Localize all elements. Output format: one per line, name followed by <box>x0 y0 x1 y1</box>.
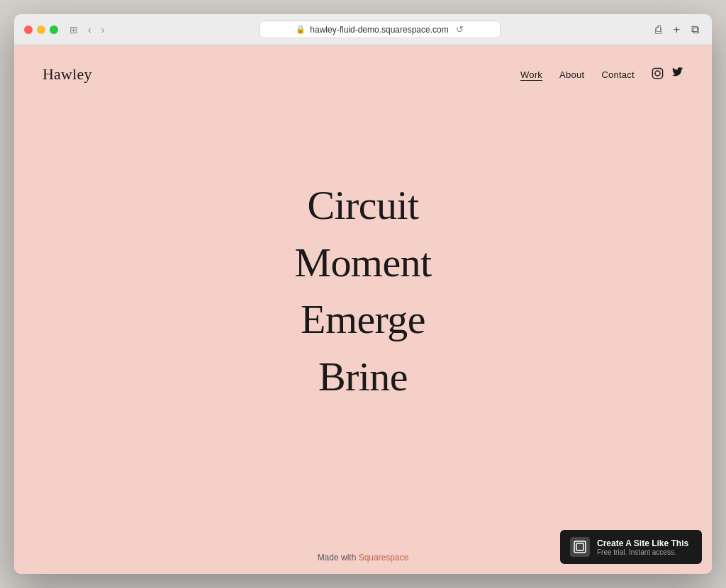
close-dot[interactable] <box>24 26 33 34</box>
address-bar: 🔒 hawley-fluid-demo.squarespace.com ↺ <box>113 21 646 38</box>
address-text: hawley-fluid-demo.squarespace.com <box>310 25 448 35</box>
share-button[interactable]: ⎙ <box>652 22 665 38</box>
site-main: Circuit Moment Emerge Brine <box>14 84 712 541</box>
browser-window: ⊞ ‹ › 🔒 hawley-fluid-demo.squarespace.co… <box>14 14 712 574</box>
duplicate-button[interactable]: ⧉ <box>688 22 702 38</box>
footer-made-with: Made with <box>318 553 359 562</box>
address-bar-inner[interactable]: 🔒 hawley-fluid-demo.squarespace.com ↺ <box>259 21 501 38</box>
lock-icon: 🔒 <box>296 25 306 34</box>
project-item-circuit[interactable]: Circuit <box>307 180 418 232</box>
website-content: Hawley Work About Contact <box>14 45 712 574</box>
fullscreen-dot[interactable] <box>50 26 58 34</box>
svg-rect-4 <box>576 543 583 550</box>
squarespace-logo-icon <box>570 537 590 557</box>
sidebar-toggle-button[interactable]: ⊞ <box>67 23 81 37</box>
browser-controls: ⊞ ‹ › <box>67 23 107 37</box>
back-button[interactable]: ‹ <box>85 23 94 37</box>
browser-actions: ⎙ + ⧉ <box>652 22 702 38</box>
project-item-emerge[interactable]: Emerge <box>301 294 425 346</box>
site-logo[interactable]: Hawley <box>43 65 92 84</box>
squarespace-banner[interactable]: Create A Site Like This Free trial. Inst… <box>560 530 702 564</box>
new-tab-button[interactable]: + <box>671 22 683 38</box>
minimize-dot[interactable] <box>37 26 45 34</box>
forward-button[interactable]: › <box>99 23 108 37</box>
svg-rect-0 <box>652 68 662 78</box>
browser-chrome: ⊞ ‹ › 🔒 hawley-fluid-demo.squarespace.co… <box>14 14 712 45</box>
traffic-lights <box>24 26 58 34</box>
banner-text-block: Create A Site Like This Free trial. Inst… <box>597 538 688 556</box>
svg-point-1 <box>655 70 660 75</box>
banner-main-text: Create A Site Like This <box>597 538 688 548</box>
banner-sub-text: Free trial. Instant access. <box>597 548 688 556</box>
refresh-button[interactable]: ↺ <box>456 24 464 35</box>
squarespace-link[interactable]: Squarespace <box>359 553 409 562</box>
social-icons <box>652 67 683 82</box>
svg-point-2 <box>660 70 661 71</box>
project-item-moment[interactable]: Moment <box>294 237 431 289</box>
project-item-brine[interactable]: Brine <box>318 351 408 403</box>
nav-link-work[interactable]: Work <box>520 69 542 80</box>
project-list: Circuit Moment Emerge Brine <box>294 180 431 402</box>
twitter-icon[interactable] <box>672 67 683 81</box>
nav-link-about[interactable]: About <box>559 69 584 80</box>
instagram-icon[interactable] <box>652 67 664 82</box>
site-header: Hawley Work About Contact <box>14 45 712 84</box>
site-nav: Work About Contact <box>520 67 683 82</box>
nav-link-contact[interactable]: Contact <box>601 69 635 80</box>
